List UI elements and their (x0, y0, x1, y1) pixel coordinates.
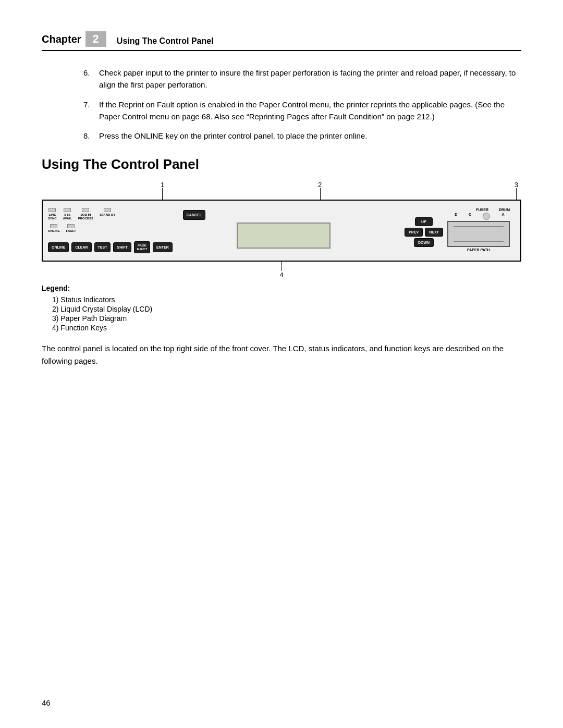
up-button[interactable]: UP (415, 217, 433, 226)
chapter-title: Using The Control Panel (117, 31, 214, 47)
next-button[interactable]: NEXT (425, 228, 443, 237)
down-button[interactable]: DOWN (414, 238, 434, 247)
callout-row: 1 2 3 (42, 181, 521, 200)
nav-section: UP PREV NEXT DOWN (405, 217, 443, 247)
line-sync-label: LINESYNC (48, 213, 57, 220)
job-in-process-label: JOB INPROCESS (78, 213, 93, 220)
prev-next-row: PREV NEXT (405, 228, 443, 237)
panel-flex: LINESYNC SYSAVAIL JOB INPROCESS STA (48, 208, 515, 253)
callout-line-3 (516, 188, 517, 200)
callout-2: 2 (318, 181, 322, 189)
callout-line-1 (162, 188, 163, 200)
section-heading: Using The Control Panel (42, 156, 521, 172)
buttons-row: ONLINE CLEAR TEST SHIFT PAGEEJECT ENTER (48, 241, 173, 253)
indicator-row-bottom: ONLINE FAULT (48, 224, 173, 233)
panel-diagram-wrapper: 1 2 3 LINESYNC (42, 181, 521, 279)
paper-path-box (447, 221, 510, 247)
chapter-label: Chapter (42, 31, 81, 47)
outer-panel: LINESYNC SYSAVAIL JOB INPROCESS STA (42, 200, 521, 262)
indicator-stand-by: STAND BY (100, 208, 115, 217)
legend-item-1: 1) Status Indicators (52, 295, 521, 304)
panel-left: LINESYNC SYSAVAIL JOB INPROCESS STA (48, 208, 173, 253)
page-container: Chapter 2 Using The Control Panel 6. Che… (0, 0, 563, 728)
callout-4: 4 (279, 271, 283, 279)
numbered-list: 6. Check paper input to the printer to i… (83, 67, 521, 142)
fuser-label: FUSER (476, 208, 488, 212)
bottom-callout: 4 (42, 262, 521, 279)
indicator-row-top: LINESYNC SYSAVAIL JOB INPROCESS STA (48, 208, 173, 220)
job-in-process-light (82, 208, 89, 212)
callout-1: 1 (161, 181, 164, 189)
chapter-header: Chapter 2 Using The Control Panel (42, 31, 521, 51)
fault-ind-label: FAULT (66, 229, 76, 233)
online-light (50, 224, 57, 228)
list-num-6: 6. (83, 67, 99, 91)
clear-button[interactable]: CLEAR (71, 242, 91, 252)
panel-right: FUSER DRUM UP PREV NEXT D (395, 208, 515, 252)
list-num-7: 7. (83, 98, 99, 123)
page-number: 46 (42, 698, 51, 707)
indicator-fault: FAULT (66, 224, 76, 233)
online-button[interactable]: ONLINE (48, 242, 69, 252)
test-button[interactable]: TEST (94, 242, 111, 252)
body-content: 6. Check paper input to the printer to i… (83, 67, 521, 142)
list-text-6: Check paper input to the printer to insu… (99, 67, 521, 91)
list-item-8: 8. Press the ONLINE key on the printer c… (83, 130, 521, 142)
prev-button[interactable]: PREV (405, 228, 423, 237)
cancel-button[interactable]: CANCEL (183, 210, 205, 220)
callout-line-2 (320, 188, 321, 200)
c-label: C (469, 213, 471, 220)
drum-circle (483, 213, 490, 220)
d-label: D (455, 213, 457, 220)
stand-by-light (104, 208, 111, 212)
online-ind-label: ONLINE (48, 229, 60, 233)
panel-center: CANCEL (173, 208, 395, 253)
paper-path-label: PAPER PATH (467, 248, 490, 252)
enter-button[interactable]: ENTER (153, 242, 173, 252)
stand-by-label: STAND BY (100, 213, 115, 217)
list-text-7: If the Reprint on Fault option is enable… (99, 98, 521, 123)
sys-avail-label: SYSAVAIL (63, 213, 72, 220)
b-label (483, 213, 490, 220)
callout-3: 3 (515, 181, 518, 189)
line-sync-light (48, 208, 56, 212)
list-text-8: Press the ONLINE key on the printer cont… (99, 130, 521, 142)
indicator-job-in-process: JOB INPROCESS (78, 208, 93, 220)
page-eject-button[interactable]: PAGEEJECT (134, 241, 150, 253)
legend-list: 1) Status Indicators 2) Liquid Crystal D… (52, 295, 521, 332)
a-label: A (501, 213, 504, 220)
list-item-6: 6. Check paper input to the printer to i… (83, 67, 521, 91)
legend-item-4: 4) Function Keys (52, 324, 521, 332)
chapter-number: 2 (85, 31, 106, 47)
lcd-display (237, 223, 331, 249)
shift-button[interactable]: SHIFT (113, 242, 131, 252)
list-num-8: 8. (83, 130, 99, 142)
drum-label: DRUM (499, 208, 510, 212)
legend-section: Legend: 1) Status Indicators 2) Liquid C… (42, 284, 521, 332)
legend-title: Legend: (42, 284, 521, 292)
indicator-sys-avail: SYSAVAIL (63, 208, 72, 220)
list-item-7: 7. If the Reprint on Fault option is ena… (83, 98, 521, 123)
fault-light (67, 224, 75, 228)
indicator-line-sync: LINESYNC (48, 208, 57, 220)
indicator-online: ONLINE (48, 224, 60, 233)
sys-avail-light (64, 208, 71, 212)
body-paragraph: The control panel is located on the top … (42, 342, 521, 367)
fuser-drum-labels: FUSER DRUM (476, 208, 515, 212)
legend-item-2: 2) Liquid Crystal Display (LCD) (52, 305, 521, 313)
dcba-labels: D C A (452, 213, 504, 220)
legend-item-3: 3) Paper Path Diagram (52, 314, 521, 323)
